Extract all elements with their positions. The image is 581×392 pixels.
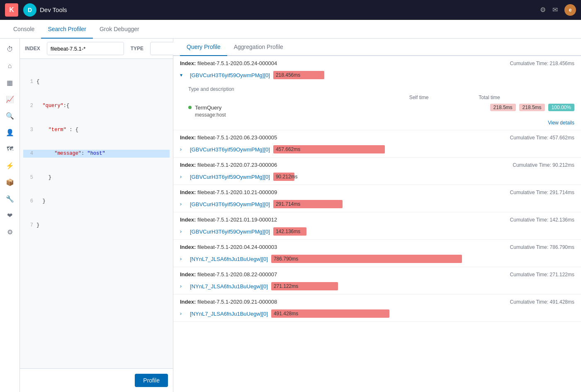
profile-button[interactable]: Profile (135, 374, 168, 387)
time-bar-wrap-2: 457.662ms (273, 145, 574, 154)
expand-btn-3[interactable]: › (180, 174, 187, 180)
result-row-5: › [GBVCurH3T6yif59OywmPMg][0] 142.136ms (173, 225, 581, 239)
expand-btn-2[interactable]: › (180, 146, 187, 152)
total-time-header: Total time (471, 95, 508, 100)
result-block-2: Index: filebeat-7.5.1-2020.06.23-000005 … (173, 130, 581, 158)
sidebar-icon-user[interactable]: 👤 (2, 125, 17, 140)
time-bar-7: 271.122ms (271, 282, 338, 290)
index-input[interactable] (47, 42, 124, 55)
result-row-7: › [NYnL7_JLSA6fnJu1BuUegw][0] 271.122ms (173, 280, 581, 294)
tab-aggregation-profile[interactable]: Aggregation Profile (227, 39, 290, 56)
code-editor[interactable]: 1{ 2 "query":{ 3 "term" : { 4 "message":… (20, 59, 173, 368)
sidebar-icon-apm[interactable]: 🔧 (2, 191, 17, 206)
expand-btn-6[interactable]: › (180, 256, 187, 262)
sidebar-icon-clock[interactable]: ⏱ (2, 42, 17, 57)
topbar: K D Dev Tools ⚙ ✉ e (0, 0, 581, 20)
result-row-8: › [NYnL7_JLSA6fnJu1BuUegw][0] 491.428ms (173, 307, 581, 321)
shard-label-1[interactable]: [GBVCurH3T6yif59OywmPMg][0] (190, 72, 270, 78)
result-header-4: Index: filebeat-7.5.1-2020.10.21-000009 … (173, 185, 581, 198)
result-row-2: › [GBVCurH3T6yif59OywmPMg][0] 457.662ms (173, 143, 581, 157)
user-avatar[interactable]: e (564, 4, 576, 16)
app-icon: D (23, 3, 36, 17)
type-desc-label-1: Type and description (188, 85, 574, 93)
time-bar-6: 786.790ms (271, 255, 462, 263)
result-header-7: Index: filebeat-7.5.1-2020.08.22-000007 … (173, 267, 581, 280)
result-cumtime-3: Cumulative Time: 90.212ms (513, 162, 574, 168)
result-block-3: Index: filebeat-7.5.1-2020.07.23-000006 … (173, 158, 581, 185)
self-time-chip: 218.5ms (490, 104, 516, 111)
term-label: TermQuery (195, 105, 221, 111)
expand-btn-8[interactable]: › (180, 311, 187, 317)
expand-btn-5[interactable]: › (180, 229, 187, 234)
settings-icon[interactable]: ⚙ (540, 6, 546, 14)
result-cumtime-7: Cumulative Time: 271.122ms (510, 272, 574, 278)
tab-query-profile[interactable]: Query Profile (180, 39, 227, 56)
result-cumtime-6: Cumulative Time: 786.790ms (510, 244, 574, 250)
time-bar-wrap-7: 271.122ms (271, 282, 574, 291)
results-list: Index: filebeat-7.5.1-2020.05.24-000004 … (173, 56, 581, 392)
result-index-3: Index: filebeat-7.5.1-2020.07.23-000006 (180, 162, 277, 168)
kibana-logo: K (5, 3, 18, 17)
sidebar-icon-dashboard[interactable]: ▦ (2, 75, 17, 90)
result-index-8: Index: filebeat-7.5.1-2020.09.21-000008 (180, 299, 277, 305)
expand-btn-4[interactable]: › (180, 201, 187, 207)
profile-btn-row: Profile (20, 368, 173, 392)
result-index-6: Index: filebeat-7.5.1-2020.04.24-000003 (180, 244, 277, 250)
time-bar-8: 491.428ms (271, 309, 389, 318)
sidebar-icon-stack[interactable]: 📦 (2, 175, 17, 190)
nav-tabs: Console Search Profiler Grok Debugger (0, 20, 581, 39)
expand-btn-1[interactable]: ▾ (180, 72, 187, 78)
mail-icon[interactable]: ✉ (552, 6, 558, 14)
tab-search-profiler[interactable]: Search Profiler (41, 20, 93, 39)
sidebar-icon-monitoring[interactable]: ❤ (2, 208, 17, 223)
sidebar-icon-settings[interactable]: ⚙ (2, 224, 17, 239)
main-layout: ⏱ ⌂ ▦ 📈 🔍 👤 🗺 ⚡ 📦 🔧 ❤ ⚙ Index Type 1{ 2 … (0, 39, 581, 392)
shard-label-2[interactable]: [GBVCurH3T6yif59OywmPMg][0] (190, 146, 270, 153)
shard-label-5[interactable]: [GBVCurH3T6yif59OywmPMg][0] (190, 229, 270, 235)
left-panel: Index Type 1{ 2 "query":{ 3 "term" : { 4… (20, 39, 173, 392)
result-cumtime-4: Cumulative Time: 291.714ms (510, 190, 574, 195)
time-bar-4: 291.714ms (273, 200, 343, 208)
result-header-8: Index: filebeat-7.5.1-2020.09.21-000008 … (173, 295, 581, 307)
result-block-1: Index: filebeat-7.5.1-2020.05.24-000004 … (173, 56, 581, 130)
time-bar-1: 218.456ms (273, 71, 324, 79)
result-row-3: › [GBVCurH3T6yif59OywmPMg][0] 90.212ms (173, 170, 581, 185)
sidebar-icon-home[interactable]: ⌂ (2, 58, 17, 73)
time-bar-5: 142.136ms (273, 227, 306, 236)
sidebar-icon-visualize[interactable]: 📈 (2, 92, 17, 107)
result-index-2: Index: filebeat-7.5.1-2020.06.23-000005 (180, 134, 277, 141)
sidebar-icon-discover[interactable]: 🔍 (2, 108, 17, 123)
shard-label-7[interactable]: [NYnL7_JLSA6fnJu1BuUegw][0] (190, 283, 268, 290)
shard-label-3[interactable]: [GBVCurH3T6yif59OywmPMg][0] (190, 174, 270, 180)
index-label: Index (25, 46, 40, 51)
result-cumtime-2: Cumulative Time: 457.662ms (510, 135, 574, 141)
sidebar-icons: ⏱ ⌂ ▦ 📈 🔍 👤 🗺 ⚡ 📦 🔧 ❤ ⚙ (0, 39, 20, 392)
time-bar-wrap-5: 142.136ms (273, 227, 574, 236)
detail-header-1: Self time Total time (188, 93, 574, 103)
detail-entry-1: TermQuery 218.5ms 218.5ms 100.00% (188, 103, 574, 112)
sidebar-icon-maps[interactable]: 🗺 (2, 141, 17, 156)
result-cumtime-5: Cumulative Time: 142.136ms (510, 217, 574, 223)
shard-label-6[interactable]: [NYnL7_JLSA6fnJu1BuUegw][0] (190, 256, 268, 262)
result-block-8: Index: filebeat-7.5.1-2020.09.21-000008 … (173, 295, 581, 322)
result-row-6: › [NYnL7_JLSA6fnJu1BuUegw][0] 786.790ms (173, 253, 581, 267)
shard-label-8[interactable]: [NYnL7_JLSA6fnJu1BuUegw][0] (190, 311, 268, 317)
result-header-6: Index: filebeat-7.5.1-2020.04.24-000003 … (173, 240, 581, 253)
term-dot (188, 106, 192, 109)
result-header-3: Index: filebeat-7.5.1-2020.07.23-000006 … (173, 158, 581, 170)
right-tabs: Query Profile Aggregation Profile (173, 39, 581, 56)
expanded-detail-1: Type and description Self time Total tim… (173, 83, 581, 130)
sidebar-icon-dev[interactable]: ⚡ (2, 158, 17, 173)
time-bar-3: 90.212ms (273, 173, 294, 181)
tab-console[interactable]: Console (7, 20, 41, 39)
time-bar-wrap-4: 291.714ms (273, 200, 574, 209)
result-row-4: › [GBVCurH3T6yif59OywmPMg][0] 291.714ms (173, 198, 581, 212)
time-bar-wrap-1: 218.456ms (273, 71, 574, 80)
result-block-7: Index: filebeat-7.5.1-2020.08.22-000007 … (173, 267, 581, 295)
shard-label-4[interactable]: [GBVCurH3T6yif59OywmPMg][0] (190, 201, 270, 207)
view-details-link[interactable]: View details (548, 120, 574, 126)
topbar-icons: ⚙ ✉ e (540, 4, 576, 16)
expand-btn-7[interactable]: › (180, 283, 187, 289)
total-time-chip: 218.5ms (519, 104, 545, 111)
tab-grok-debugger[interactable]: Grok Debugger (93, 20, 146, 39)
